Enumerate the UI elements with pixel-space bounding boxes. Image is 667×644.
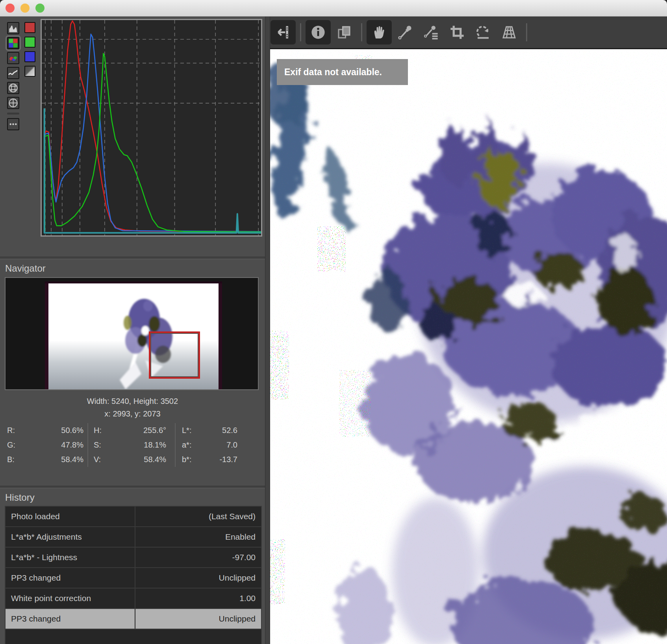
pixel-value: -13.7 <box>191 452 260 467</box>
raw-histogram-button[interactable] <box>7 82 19 94</box>
perspective-grid-icon <box>501 24 517 41</box>
history-row[interactable]: Photo loaded(Last Saved) <box>6 507 261 527</box>
history-action: White point correction <box>6 588 135 608</box>
pixel-value: 18.1% <box>102 438 175 452</box>
pixel-value: 50.6% <box>15 423 87 438</box>
ellipsis-icon <box>8 119 19 130</box>
history-value: 1.00 <box>135 588 261 608</box>
crosshair-icon <box>8 98 19 108</box>
histogram-curve-blue <box>45 34 261 232</box>
copy-icon <box>336 24 352 41</box>
chromaticity-mode-button[interactable] <box>7 52 19 64</box>
histogram-curve-red <box>45 21 261 231</box>
panel-splitter[interactable] <box>265 17 270 644</box>
close-button[interactable] <box>6 4 15 13</box>
toolbar-separator <box>361 23 362 41</box>
sensor-circle-icon <box>8 83 19 93</box>
history-action: PP3 changed <box>6 609 135 629</box>
luminosity-channel-button[interactable] <box>24 66 35 77</box>
copy-profile-button[interactable] <box>332 20 357 44</box>
image-canvas[interactable]: Exif data not available. <box>270 48 667 644</box>
history-action: PP3 changed <box>6 568 135 588</box>
history-list: Photo loaded(Last Saved)L*a*b* Adjustmen… <box>5 506 262 644</box>
pixel-value-label: B: <box>5 452 15 467</box>
red-channel-button[interactable] <box>24 22 35 33</box>
wave-icon <box>8 68 19 78</box>
pixel-value-label: L*: <box>176 423 191 438</box>
pixel-value-label: a*: <box>176 438 191 452</box>
history-row[interactable]: PP3 changedUnclipped <box>6 609 261 629</box>
pixel-value-label: R: <box>5 423 15 438</box>
collapse-left-panel-button[interactable] <box>271 20 296 44</box>
exif-notice: Exif data not available. <box>277 59 408 85</box>
toolbar-separator <box>526 23 527 41</box>
minimize-button[interactable] <box>20 4 30 13</box>
history-value: Unclipped <box>135 568 261 588</box>
wb-eyedropper-icon <box>423 24 439 41</box>
toolbar-separator <box>300 23 301 41</box>
history-action: Photo loaded <box>6 507 135 526</box>
histogram-mode-button[interactable] <box>7 22 19 34</box>
zoom-button[interactable] <box>35 4 44 13</box>
pixel-value: 58.4% <box>102 452 175 467</box>
histogram-plot[interactable] <box>41 19 262 237</box>
green-channel-button[interactable] <box>24 37 35 48</box>
rgb-mode-button[interactable] <box>7 37 19 49</box>
cursor-position: x: 2993, y: 2073 <box>0 407 265 420</box>
hand-tool-button[interactable] <box>367 20 392 44</box>
histogram-scale-bar <box>7 113 19 115</box>
crop-icon <box>449 24 465 41</box>
pixel-value: 7.0 <box>191 438 260 452</box>
pixel-value-group: H:255.6°S:18.1%V:58.4% <box>87 423 175 467</box>
histogram-options-button[interactable] <box>7 118 19 130</box>
editor-toolbar <box>270 17 667 48</box>
histogram-icon <box>8 23 19 33</box>
pixel-value-label: b*: <box>176 452 191 467</box>
pixel-value-label: G: <box>5 438 15 452</box>
info-icon <box>310 24 326 41</box>
history-value: -97.00 <box>135 548 261 567</box>
left-panel: Navigator <box>0 17 265 644</box>
history-row[interactable]: L*a*b* AdjustmentsEnabled <box>6 527 261 548</box>
history-action: L*a*b* - Lightness <box>6 548 135 567</box>
hand-icon <box>371 24 387 41</box>
pixel-value: 255.6° <box>102 423 175 438</box>
navigator-view-rectangle[interactable] <box>149 331 200 379</box>
titlebar <box>0 0 667 17</box>
chromaticity-icon <box>8 53 19 63</box>
panel-divider <box>0 486 265 489</box>
pixel-value: 52.6 <box>191 423 260 438</box>
histogram-curve-chromaticity <box>44 108 261 233</box>
pixel-value-group: R:50.6%G:47.8%B:58.4% <box>5 423 87 467</box>
app-window: Navigator <box>0 0 667 644</box>
panel-divider <box>0 257 265 259</box>
history-row[interactable]: L*a*b* - Lightness-97.00 <box>6 548 261 568</box>
history-action: L*a*b* Adjustments <box>6 527 135 547</box>
history-value: Unclipped <box>135 609 261 629</box>
eyedropper-icon <box>397 24 413 41</box>
straighten-icon <box>475 24 491 41</box>
pixel-value: 47.8% <box>15 438 87 452</box>
image-info-button[interactable] <box>306 20 331 44</box>
white-balance-picker-button[interactable] <box>419 20 444 44</box>
image-dimensions: Width: 5240, Height: 3502 <box>0 395 265 407</box>
navigator-preview[interactable] <box>5 277 259 390</box>
history-value: Enabled <box>135 527 261 547</box>
pixel-value-label: H: <box>88 423 102 438</box>
history-header: History <box>0 489 265 506</box>
crosshair-indicator-button[interactable] <box>7 97 19 109</box>
color-picker-button[interactable] <box>393 20 418 44</box>
pixel-values-table: R:50.6%G:47.8%B:58.4%H:255.6°S:18.1%V:58… <box>5 423 260 467</box>
straighten-tool-button[interactable] <box>471 20 496 44</box>
collapse-left-icon <box>275 24 291 41</box>
crop-tool-button[interactable] <box>445 20 470 44</box>
blue-channel-button[interactable] <box>24 51 35 62</box>
perspective-tool-button[interactable] <box>497 20 522 44</box>
history-row[interactable]: PP3 changedUnclipped <box>6 568 261 588</box>
histogram-curve-green <box>45 54 261 232</box>
navigator-header: Navigator <box>0 259 265 277</box>
rgb-quad-icon <box>8 38 19 48</box>
pixel-value-label: S: <box>88 438 102 452</box>
history-row[interactable]: White point correction1.00 <box>6 588 261 609</box>
curve-mode-button[interactable] <box>7 67 19 79</box>
